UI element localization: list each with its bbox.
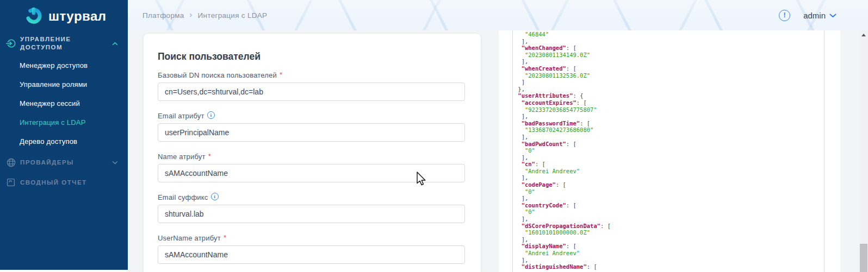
scrollbar-thumb[interactable] [860,244,867,272]
code-line: "badPasswordTime": [ [514,120,824,127]
code-line: "133687024273686080" [514,126,824,134]
email-attribute-input[interactable] [158,123,465,142]
field-label: Email атрибутi [158,112,467,121]
report-icon [5,177,16,188]
required-marker: * [280,71,282,79]
chevron-down-icon [829,10,836,20]
field-base-dn: Базовый DN поиска пользователей* [158,71,467,101]
code-line: ] [514,79,824,86]
access-icon [5,38,16,49]
section-label-line: ПРОВАЙДЕРЫ [20,159,74,167]
code-line: "0" [514,208,824,216]
sidebar-section-summary-report[interactable]: СВОДНЫЙ ОТЧЕТ [0,176,128,189]
alert-icon[interactable]: ! [779,10,790,21]
form-fields: Базовый DN поиска пользователей*Email ат… [158,71,467,264]
field-username-attribute: UserName атрибут* [158,234,467,264]
code-line: ], [514,134,824,141]
sidebar-item-access-manager[interactable]: Менеджер доступов [0,61,128,70]
breadcrumb-separator-icon: › [190,10,193,19]
ldap-preview-panel: "46844" ], "whenChanged": [ "20230801134… [499,30,840,272]
sidebar-bottom-edge [0,270,128,272]
code-line: "Andrei Andreev" [514,168,824,175]
code-line: ], [514,257,824,264]
top-bar: Платформа › Интеграция с LDAP ! admin [128,0,868,30]
sidebar-section-providers[interactable]: ПРОВАЙДЕРЫ [0,156,128,169]
code-line: ], [514,195,824,202]
code-line: "accountExpires": [ [514,99,824,106]
required-marker: * [208,152,211,161]
json-code[interactable]: "46844" ], "whenChanged": [ "20230801134… [512,30,824,272]
sidebar-section-label: СВОДНЫЙ ОТЧЕТ [20,179,87,187]
section-label-line: ДОСТУПОМ [20,43,71,52]
user-name: admin [803,11,826,20]
sidebar-section-items: Менеджер доступовУправление ролямиМенедж… [0,61,128,146]
field-label-text: Email атрибут [158,112,204,121]
section-label-line: УПРАВЛЕНИЕ [20,35,71,43]
logo-text: штурвал [48,9,107,24]
sidebar-section-label: УПРАВЛЕНИЕДОСТУПОМ [20,35,71,52]
code-line: ], [514,154,824,161]
card-title: Поиск пользователей [158,51,467,62]
logo[interactable]: штурвал [24,5,107,27]
required-marker: * [224,233,226,242]
globe-icon [5,157,16,168]
code-line: "whenChanged": [ [514,45,824,52]
field-label-text: Name атрибут [158,153,206,161]
base-dn-input[interactable] [158,83,465,101]
field-name-attribute: Name атрибут* [158,153,467,182]
shturval-logo-icon [24,5,44,27]
code-line: ], [514,38,824,45]
code-line: ], [514,113,824,120]
code-line: "userAttributes": { [514,92,824,99]
sidebar-section-label: ПРОВАЙДЕРЫ [20,159,74,167]
code-line: "20230801132536.0Z" [514,72,824,79]
code-line: ], [514,58,824,65]
code-line: "46844" [514,31,824,38]
chevron-up-icon [112,42,118,46]
breadcrumb-item-platform[interactable]: Платформа [142,11,184,20]
user-menu[interactable]: admin [803,10,836,20]
field-label: Email суффиксi [158,193,467,202]
code-line: "displayName": [ [514,243,824,250]
code-line: "9223372036854775807" [514,106,824,113]
code-line: }, [514,86,824,93]
code-line: "dSCorePropagationData": [ [514,223,824,230]
vertical-scrollbar[interactable] [859,30,868,272]
scroll-up-arrow-icon [861,34,866,36]
info-icon[interactable]: i [207,111,215,119]
code-line: ], [514,236,824,243]
code-line: "distinguishedName": [ [514,263,824,270]
field-label: Name атрибут* [158,153,467,161]
scrollbar-up-button[interactable] [859,30,868,40]
field-label: UserName атрибут* [158,234,467,243]
app-root: штурвал УПРАВЛЕНИЕДОСТУПОММенеджер досту… [0,0,868,272]
name-attribute-input[interactable] [158,164,465,182]
code-line: "Andrei Andreev" [514,250,824,257]
sidebar-item-session-manager[interactable]: Менеджер сессий [0,99,128,108]
code-line: "codePage": [ [514,181,824,188]
info-icon[interactable]: i [211,193,219,200]
chevron-down-icon [112,161,118,165]
sidebar-item-ldap-integration[interactable]: Интеграция с LDAP [0,118,128,127]
sidebar-item-role-management[interactable]: Управление ролями [0,80,128,89]
field-email-suffix: Email суффиксi [158,193,467,223]
user-search-card: Поиск пользователей Базовый DN поиска по… [144,34,481,272]
code-line: "20230801134149.0Z" [514,52,824,59]
field-email-attribute: Email атрибутi [158,112,467,142]
sidebar-section-access-management[interactable]: УПРАВЛЕНИЕДОСТУПОМ [0,35,128,52]
field-label-text: Email суффикс [158,193,208,202]
section-label-line: СВОДНЫЙ ОТЧЕТ [20,179,87,187]
breadcrumb: Платформа › Интеграция с LDAP [142,0,267,30]
code-line: "cn": [ [514,161,824,168]
code-line: "badPwdCount": [ [514,141,824,148]
email-suffix-input[interactable] [158,205,465,223]
sidebar-item-access-tree[interactable]: Дерево доступов [0,137,128,146]
field-label-text: UserName атрибут [158,234,221,243]
username-attribute-input[interactable] [158,245,465,264]
code-line: "whenCreated": [ [514,65,824,72]
field-label-text: Базовый DN поиска пользователей [158,71,277,80]
code-line: "countryCode": [ [514,202,824,209]
code-line: "0" [514,147,824,154]
field-label: Базовый DN поиска пользователей* [158,71,467,80]
code-line: ], [514,174,824,181]
